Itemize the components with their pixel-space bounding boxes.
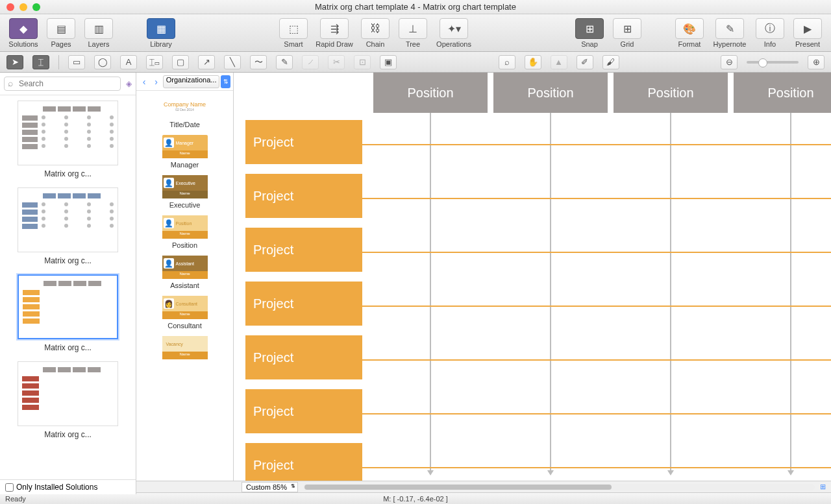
project-box[interactable]: Project — [245, 282, 362, 326]
curve-tool[interactable]: 〜 — [250, 55, 267, 69]
template-label: Matrix org c... — [5, 343, 130, 352]
library-shape-assistant[interactable]: 👤AssistantName Assistant — [140, 256, 229, 289]
project-box[interactable]: Project — [245, 174, 362, 218]
pointer-tool[interactable]: ➤ — [6, 55, 23, 69]
library-shape-vacancy[interactable]: VacancyName — [140, 336, 229, 359]
status-coords: M: [ -0.17, -6.4e-02 ] — [0, 495, 831, 503]
library-back-button[interactable]: ‹ — [139, 76, 149, 88]
only-installed-input[interactable] — [5, 483, 14, 492]
text-tool[interactable]: A — [120, 55, 137, 69]
textbox-tool[interactable]: ⌶▭ — [146, 55, 163, 69]
template-list: Matrix org c... Matrix org c... Matrix o… — [0, 95, 136, 481]
text-select-tool[interactable]: ⌶ — [32, 55, 49, 69]
project-box[interactable]: Project — [245, 228, 362, 272]
brush-tool[interactable]: 🖌 — [602, 55, 619, 69]
template-item[interactable]: Matrix org c... — [5, 274, 130, 352]
project-box[interactable]: Project — [245, 389, 362, 433]
main-area: ◈ Matrix org c... Matrix org c... Matrix… — [0, 73, 831, 481]
library-shape-consultant[interactable]: 👩ConsultantName Consultant — [140, 296, 229, 330]
snap-button[interactable]: ⊞Snap — [571, 17, 608, 48]
position-header[interactable]: Position — [493, 73, 608, 113]
present-button[interactable]: ▶Present — [789, 17, 826, 48]
library-dropdown[interactable]: Organizationa... — [163, 75, 220, 88]
callout-tool[interactable]: ▢ — [172, 55, 189, 69]
arrow-tool[interactable]: ↗ — [198, 55, 215, 69]
filter-icon[interactable]: ◈ — [126, 79, 132, 88]
library-dropdown-arrows[interactable]: ⇅ — [221, 75, 230, 88]
zoom-row: Only Installed Solutions Custom 85%⇅ ⊞ — [0, 481, 831, 492]
rapid-draw-button[interactable]: ⇶Rapid Draw — [313, 17, 356, 48]
smart-button[interactable]: ⬚Smart — [275, 17, 312, 48]
status-bar: Ready M: [ -0.17, -6.4e-02 ] — [0, 492, 831, 504]
pen-tool[interactable]: ✎ — [276, 55, 293, 69]
pan-tool[interactable]: ✋ — [525, 55, 541, 69]
template-label: Matrix org c... — [5, 430, 130, 439]
project-box[interactable]: Project — [245, 120, 362, 164]
shape-toolbar: ➤ ⌶ ▭ ◯ A ⌶▭ ▢ ↗ ╲ 〜 ✎ ⟋ ✂ ⊡ ▣ ⌕ ✋ ▲ ✐ 🖌… — [0, 52, 831, 73]
main-toolbar: ◆Solutions ▤Pages ▥Layers ▦Library ⬚Smar… — [0, 14, 831, 52]
library-button[interactable]: ▦Library — [143, 17, 179, 48]
rectangle-tool[interactable]: ▭ — [68, 55, 85, 69]
ellipse-tool[interactable]: ◯ — [94, 55, 111, 69]
project-box[interactable]: Project — [245, 335, 362, 379]
edit-points-tool[interactable]: ⟋ — [302, 55, 319, 69]
position-header[interactable]: Position — [614, 73, 728, 113]
image-tool[interactable]: ▣ — [380, 55, 397, 69]
layers-button[interactable]: ▥Layers — [81, 17, 117, 48]
search-input[interactable] — [4, 77, 121, 91]
template-item[interactable]: Matrix org c... — [5, 101, 130, 178]
eyedropper-tool[interactable]: ✐ — [577, 55, 593, 69]
zoom-out-button[interactable]: ⊖ — [721, 55, 738, 69]
operations-button[interactable]: ✦▾Operations — [432, 17, 475, 48]
library-shape-manager[interactable]: 👤ManagerName Manager — [140, 135, 229, 169]
template-item[interactable]: Matrix org c... — [5, 361, 130, 439]
fit-icon[interactable]: ⊞ — [820, 483, 826, 491]
crop-tool[interactable]: ⊡ — [354, 55, 371, 69]
template-label: Matrix org c... — [5, 256, 130, 265]
titlebar: Matrix org chart template 4 - Matrix org… — [0, 0, 831, 14]
format-button[interactable]: 🎨Format — [671, 17, 708, 48]
solutions-button[interactable]: ◆Solutions — [5, 17, 42, 48]
canvas[interactable]: Position Position Position Position Proj… — [234, 73, 831, 481]
zoom-tool[interactable]: ⌕ — [499, 55, 515, 69]
stamp-tool[interactable]: ▲ — [551, 55, 567, 69]
template-item[interactable]: Matrix org c... — [5, 187, 130, 265]
window-title: Matrix org chart template 4 - Matrix org… — [0, 2, 831, 12]
library-shape-title-date[interactable]: Company Name02 Dec 2014 Title/Date — [140, 95, 229, 128]
templates-sidebar: ◈ Matrix org c... Matrix org c... Matrix… — [0, 73, 136, 481]
library-forward-button[interactable]: › — [151, 76, 161, 88]
zoom-dropdown[interactable]: Custom 85%⇅ — [242, 482, 298, 492]
library-shape-executive[interactable]: 👤ExecutiveName Executive — [140, 175, 229, 209]
horizontal-scrollbar[interactable] — [303, 484, 815, 490]
zoom-in-button[interactable]: ⊕ — [808, 55, 825, 69]
library-panel: ‹ › Organizationa... ⇅ Company Name02 De… — [136, 73, 234, 481]
template-label: Matrix org c... — [5, 169, 130, 178]
hypernote-button[interactable]: ✎Hypernote — [709, 17, 750, 48]
grid-button[interactable]: ⊞Grid — [609, 17, 645, 48]
position-header[interactable]: Position — [373, 73, 488, 113]
pages-button[interactable]: ▤Pages — [43, 17, 79, 48]
tree-button[interactable]: ⊥Tree — [395, 17, 431, 48]
only-installed-checkbox[interactable]: Only Installed Solutions — [0, 479, 136, 494]
info-button[interactable]: ⓘInfo — [752, 17, 788, 48]
line-tool[interactable]: ╲ — [224, 55, 241, 69]
position-header[interactable]: Position — [734, 73, 831, 113]
library-shape-position[interactable]: 👤PositionName Position — [140, 215, 229, 249]
chain-button[interactable]: ⛓Chain — [357, 17, 393, 48]
project-box[interactable]: Project — [245, 443, 362, 481]
zoom-slider[interactable] — [747, 61, 799, 64]
scissors-tool[interactable]: ✂ — [328, 55, 345, 69]
